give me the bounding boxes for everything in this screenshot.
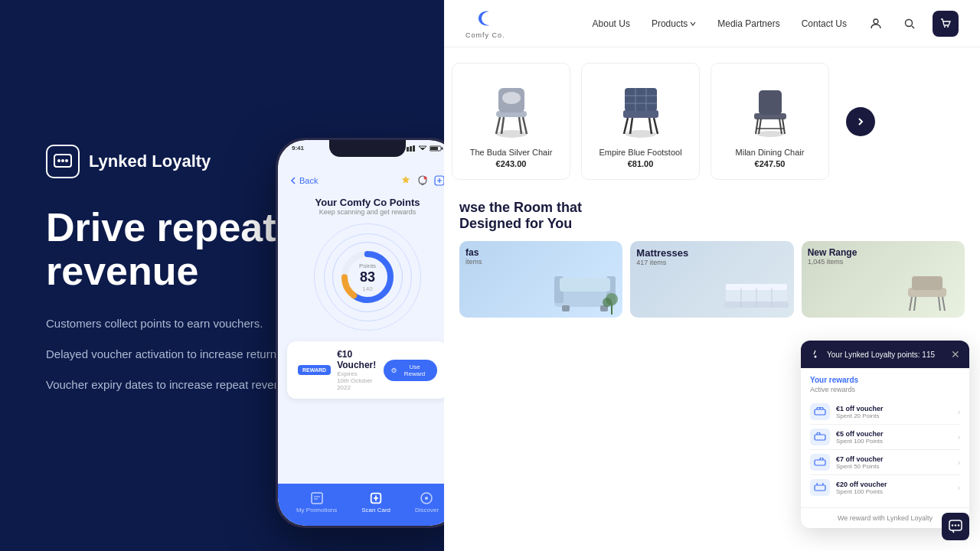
brand-logo-icon	[474, 8, 497, 31]
points-circle: Points 83 140	[278, 216, 444, 338]
nav-media-partners[interactable]: Media Partners	[717, 18, 779, 29]
svg-point-24	[496, 130, 527, 138]
voucher-card: REWARD €10 Voucher! Expires 10th October…	[287, 341, 444, 399]
svg-rect-75	[815, 460, 825, 465]
phone-time: 9:41	[292, 145, 304, 152]
product-name-0: The Buda Silver Chair	[463, 148, 559, 157]
svg-point-78	[952, 524, 953, 526]
svg-point-72	[815, 356, 817, 358]
svg-line-46	[756, 119, 758, 134]
svg-rect-16	[312, 493, 322, 504]
reward-item-1[interactable]: €5 off voucher Spent 100 Points ›	[810, 425, 960, 450]
left-panel: Lynked Loyalty Drive repeat revenue Cust…	[0, 0, 444, 551]
nav-about-us[interactable]: About Us	[593, 18, 630, 29]
category-sofas-name: fas	[466, 247, 482, 258]
svg-point-2	[61, 159, 64, 162]
nav-scan-card[interactable]: Scan Card	[361, 491, 390, 514]
svg-rect-67	[912, 276, 942, 290]
reward-chevron-0: ›	[958, 408, 960, 416]
nav-icons	[865, 11, 959, 37]
nav-my-promotions[interactable]: My Promotions	[296, 491, 337, 514]
product-price-0: €243.00	[463, 159, 559, 168]
svg-rect-6	[413, 145, 415, 152]
use-reward-button[interactable]: Use Reward	[384, 360, 437, 381]
svg-rect-45	[759, 90, 782, 115]
category-sofas-count: items	[466, 258, 482, 266]
svg-rect-76	[815, 485, 825, 491]
svg-line-27	[496, 117, 500, 134]
nav-contact-us[interactable]: Contact Us	[802, 18, 847, 29]
category-new-range[interactable]: New Range 1,045 items	[802, 241, 965, 318]
svg-point-31	[502, 92, 521, 104]
lynked-logo-icon	[46, 145, 80, 178]
search-icon[interactable]	[899, 13, 920, 34]
svg-rect-5	[410, 146, 412, 152]
svg-line-70	[914, 297, 916, 311]
product-img-2	[722, 74, 818, 143]
lynked-chat-icon[interactable]	[942, 513, 969, 540]
phone-screen: 9:41 Back	[278, 140, 444, 526]
category-grid: fas items	[459, 241, 965, 318]
phone-title-section: Your Comfy Co Points Keep scanning and g…	[278, 194, 444, 216]
loyalty-header: Your Lynked Loyalty points: 115 ✕	[801, 341, 969, 368]
product-price-1: €81.00	[593, 159, 688, 168]
category-new-range-count: 1,045 items	[808, 258, 858, 266]
category-mattresses-name: Mattresses	[636, 247, 688, 259]
category-mattresses-info: Mattresses 417 items	[636, 247, 688, 266]
svg-rect-73	[815, 409, 825, 415]
product-card-0[interactable]: The Buda Silver Chair €243.00	[452, 63, 570, 180]
reward-item-3[interactable]: €20 off voucher Spent 100 Points ›	[810, 475, 960, 500]
svg-line-71	[939, 297, 940, 311]
cart-icon[interactable]	[933, 11, 959, 37]
product-price-2: €247.50	[722, 159, 818, 168]
brand: Comfy Co.	[466, 8, 505, 39]
svg-rect-74	[815, 435, 825, 440]
top-nav: Comfy Co. About Us Products Media Partne…	[444, 0, 980, 47]
svg-point-43	[756, 131, 784, 137]
product-name-1: Empire Blue Footstool	[593, 148, 688, 157]
category-mattresses[interactable]: Mattresses 417 items	[630, 241, 793, 318]
points-label: Points 83 140	[359, 262, 376, 292]
svg-point-19	[425, 497, 428, 500]
svg-rect-54	[560, 278, 610, 292]
reward-pts-1: Spent 100 Points	[836, 438, 884, 445]
phone-header-icons	[400, 175, 444, 186]
reward-item-0[interactable]: €1 off voucher Spent 20 Points ›	[810, 399, 960, 425]
reward-pts-2: Spent 50 Points	[836, 463, 884, 470]
reward-icon-3	[810, 479, 830, 496]
svg-rect-33	[623, 110, 658, 118]
account-icon[interactable]	[865, 13, 887, 34]
next-button[interactable]	[846, 107, 875, 136]
category-new-range-name: New Range	[808, 247, 858, 258]
product-card-1[interactable]: Empire Blue Footstool €81.00	[581, 63, 700, 180]
svg-rect-55	[562, 305, 570, 311]
reward-item-2[interactable]: €7 off voucher Spent 50 Points ›	[810, 450, 960, 475]
nav-discover[interactable]: Discover	[415, 491, 439, 514]
reward-chevron-1: ›	[958, 433, 960, 442]
category-sofas-info: fas items	[466, 247, 482, 266]
right-panel: Comfy Co. About Us Products Media Partne…	[444, 0, 980, 551]
svg-point-1	[57, 159, 60, 162]
product-img-1	[593, 74, 688, 143]
loyalty-points-text: Your Lynked Loyalty points: 115	[827, 350, 935, 359]
phone-mockup: 9:41 Back	[276, 138, 444, 536]
voucher-expire: Expires 10th October 2022	[337, 370, 384, 391]
category-new-range-info: New Range 1,045 items	[808, 247, 858, 266]
svg-point-59	[603, 298, 612, 307]
svg-line-40	[654, 118, 658, 134]
svg-point-20	[874, 19, 878, 24]
back-button[interactable]: Back	[290, 176, 318, 185]
nav-products[interactable]: Products	[652, 18, 696, 29]
svg-point-3	[65, 159, 68, 162]
svg-point-79	[955, 524, 956, 526]
loyalty-close-button[interactable]: ✕	[951, 348, 960, 360]
svg-point-23	[947, 26, 949, 28]
loyalty-widget: Your Lynked Loyalty points: 115 ✕ Your r…	[801, 341, 969, 528]
reward-icon-1	[810, 429, 830, 445]
category-sofas[interactable]: fas items	[459, 241, 622, 318]
svg-rect-8	[442, 147, 443, 149]
reward-pts-3: Spent 100 Points	[836, 488, 887, 495]
product-card-2[interactable]: Milan Dining Chair €247.50	[710, 63, 829, 180]
reward-pts-0: Spent 20 Points	[836, 412, 884, 419]
svg-rect-9	[430, 147, 438, 150]
